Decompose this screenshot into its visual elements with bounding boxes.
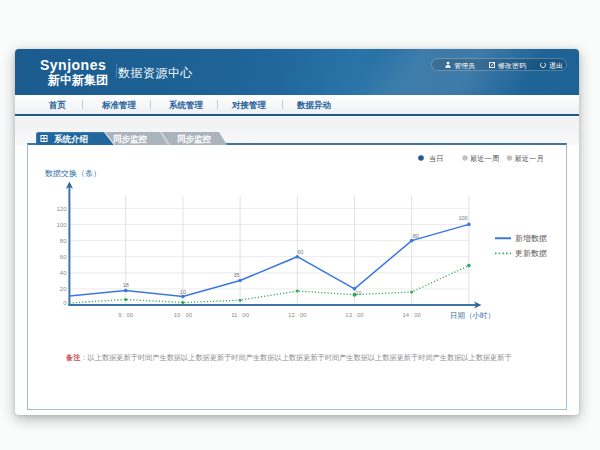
- svg-text:同步监控: 同步监控: [177, 134, 212, 144]
- svg-text:13 : 00: 13 : 00: [345, 312, 364, 318]
- svg-text:同步监控: 同步监控: [113, 134, 148, 144]
- svg-text:40: 40: [60, 270, 67, 276]
- svg-text:20: 20: [60, 286, 67, 292]
- svg-text:60: 60: [60, 254, 67, 260]
- svg-text:100: 100: [458, 215, 467, 221]
- svg-text:80: 80: [413, 233, 419, 239]
- svg-text:10: 10: [355, 290, 361, 296]
- svg-text:系统介绍: 系统介绍: [53, 134, 89, 144]
- svg-text:9 : 00: 9 : 00: [118, 312, 134, 318]
- svg-text:更新数据: 更新数据: [515, 249, 547, 258]
- svg-text:11 : 00: 11 : 00: [231, 312, 250, 318]
- svg-text:最近一月: 最近一月: [515, 154, 544, 163]
- svg-text:最近一周: 最近一周: [470, 154, 499, 163]
- svg-text:14 : 00: 14 : 00: [403, 312, 422, 318]
- svg-text:10: 10: [180, 289, 186, 295]
- svg-text:60: 60: [297, 249, 303, 255]
- svg-text:80: 80: [60, 238, 67, 244]
- svg-text:100: 100: [56, 222, 67, 228]
- svg-text:新增数据: 新增数据: [515, 234, 547, 243]
- svg-text:120: 120: [56, 206, 67, 212]
- svg-text:18: 18: [123, 282, 129, 288]
- svg-text:10 : 00: 10 : 00: [174, 312, 193, 318]
- svg-text:日期（小时）: 日期（小时）: [450, 311, 495, 320]
- svg-text:当日: 当日: [429, 154, 444, 163]
- svg-text:12 : 00: 12 : 00: [288, 312, 307, 318]
- svg-text:数据交换（条）: 数据交换（条）: [45, 169, 101, 178]
- svg-text:0: 0: [63, 300, 67, 306]
- svg-text:35: 35: [234, 272, 240, 278]
